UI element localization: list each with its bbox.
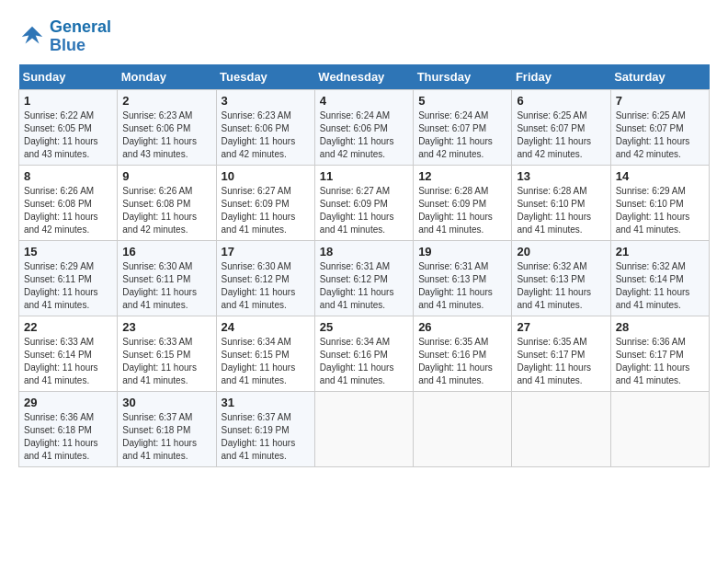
day-info: Sunrise: 6:28 AM Sunset: 6:10 PM Dayligh…: [517, 185, 605, 236]
day-number: 17: [222, 245, 310, 259]
day-info: Sunrise: 6:31 AM Sunset: 6:12 PM Dayligh…: [320, 260, 408, 312]
logo-icon: [18, 23, 46, 51]
day-number: 29: [24, 396, 112, 409]
day-header-wednesday: Wednesday: [314, 64, 413, 90]
day-info: Sunrise: 6:34 AM Sunset: 6:16 PM Dayligh…: [320, 336, 408, 387]
day-number: 18: [320, 245, 408, 259]
calendar-cell: 9Sunrise: 6:26 AM Sunset: 6:08 PM Daylig…: [118, 165, 216, 240]
calendar-cell: 13Sunrise: 6:28 AM Sunset: 6:10 PM Dayli…: [512, 165, 610, 240]
day-number: 26: [418, 320, 506, 334]
day-info: Sunrise: 6:26 AM Sunset: 6:08 PM Dayligh…: [24, 185, 112, 236]
day-info: Sunrise: 6:35 AM Sunset: 6:17 PM Dayligh…: [517, 336, 605, 387]
calendar-week-row: 15Sunrise: 6:29 AM Sunset: 6:11 PM Dayli…: [19, 240, 710, 316]
calendar-cell: 11Sunrise: 6:27 AM Sunset: 6:09 PM Dayli…: [314, 165, 413, 240]
day-header-saturday: Saturday: [610, 64, 709, 90]
day-info: Sunrise: 6:36 AM Sunset: 6:18 PM Dayligh…: [24, 411, 112, 463]
calendar-cell: 30Sunrise: 6:37 AM Sunset: 6:18 PM Dayli…: [118, 391, 216, 466]
calendar-header-row: SundayMondayTuesdayWednesdayThursdayFrid…: [19, 64, 710, 90]
day-number: 1: [24, 94, 112, 108]
calendar-cell: 17Sunrise: 6:30 AM Sunset: 6:12 PM Dayli…: [216, 240, 314, 316]
day-number: 20: [517, 245, 605, 259]
day-info: Sunrise: 6:23 AM Sunset: 6:06 PM Dayligh…: [122, 109, 210, 161]
day-number: 22: [24, 320, 112, 334]
day-info: Sunrise: 6:23 AM Sunset: 6:06 PM Dayligh…: [222, 109, 310, 161]
calendar-cell: 26Sunrise: 6:35 AM Sunset: 6:16 PM Dayli…: [414, 316, 512, 391]
calendar-week-row: 22Sunrise: 6:33 AM Sunset: 6:14 PM Dayli…: [19, 316, 710, 391]
calendar-cell: 18Sunrise: 6:31 AM Sunset: 6:12 PM Dayli…: [314, 240, 413, 316]
calendar-cell: 31Sunrise: 6:37 AM Sunset: 6:19 PM Dayli…: [216, 391, 314, 466]
day-info: Sunrise: 6:30 AM Sunset: 6:12 PM Dayligh…: [222, 260, 310, 312]
day-info: Sunrise: 6:36 AM Sunset: 6:17 PM Dayligh…: [616, 336, 704, 387]
calendar-cell: 2Sunrise: 6:23 AM Sunset: 6:06 PM Daylig…: [118, 89, 216, 165]
day-info: Sunrise: 6:24 AM Sunset: 6:06 PM Dayligh…: [320, 109, 408, 161]
day-info: Sunrise: 6:35 AM Sunset: 6:16 PM Dayligh…: [418, 336, 506, 387]
day-info: Sunrise: 6:37 AM Sunset: 6:19 PM Dayligh…: [222, 411, 310, 463]
calendar-cell: 7Sunrise: 6:25 AM Sunset: 6:07 PM Daylig…: [610, 89, 709, 165]
calendar-cell: 27Sunrise: 6:35 AM Sunset: 6:17 PM Dayli…: [512, 316, 610, 391]
calendar-cell: 22Sunrise: 6:33 AM Sunset: 6:14 PM Dayli…: [19, 316, 118, 391]
logo-text: General Blue: [50, 18, 111, 55]
day-number: 28: [616, 320, 704, 334]
day-number: 4: [320, 94, 408, 108]
calendar-cell: 20Sunrise: 6:32 AM Sunset: 6:13 PM Dayli…: [512, 240, 610, 316]
day-number: 2: [122, 94, 210, 108]
calendar-cell: 14Sunrise: 6:29 AM Sunset: 6:10 PM Dayli…: [610, 165, 709, 240]
day-number: 9: [122, 169, 210, 183]
day-info: Sunrise: 6:32 AM Sunset: 6:13 PM Dayligh…: [517, 260, 605, 312]
day-info: Sunrise: 6:32 AM Sunset: 6:14 PM Dayligh…: [616, 260, 704, 312]
day-info: Sunrise: 6:25 AM Sunset: 6:07 PM Dayligh…: [517, 109, 605, 161]
calendar-cell: 25Sunrise: 6:34 AM Sunset: 6:16 PM Dayli…: [314, 316, 413, 391]
day-number: 25: [320, 320, 408, 334]
day-number: 23: [122, 320, 210, 334]
calendar-cell: 10Sunrise: 6:27 AM Sunset: 6:09 PM Dayli…: [216, 165, 314, 240]
calendar-cell: 28Sunrise: 6:36 AM Sunset: 6:17 PM Dayli…: [610, 316, 709, 391]
day-number: 5: [418, 94, 506, 108]
calendar-cell: 15Sunrise: 6:29 AM Sunset: 6:11 PM Dayli…: [19, 240, 118, 316]
calendar-week-row: 29Sunrise: 6:36 AM Sunset: 6:18 PM Dayli…: [19, 391, 710, 466]
calendar-cell: 1Sunrise: 6:22 AM Sunset: 6:05 PM Daylig…: [19, 89, 118, 165]
day-info: Sunrise: 6:31 AM Sunset: 6:13 PM Dayligh…: [418, 260, 506, 312]
day-info: Sunrise: 6:29 AM Sunset: 6:10 PM Dayligh…: [616, 185, 704, 236]
day-number: 11: [320, 169, 408, 183]
calendar-cell: 21Sunrise: 6:32 AM Sunset: 6:14 PM Dayli…: [610, 240, 709, 316]
calendar-cell: 5Sunrise: 6:24 AM Sunset: 6:07 PM Daylig…: [414, 89, 512, 165]
day-info: Sunrise: 6:26 AM Sunset: 6:08 PM Dayligh…: [122, 185, 210, 236]
logo: General Blue: [18, 18, 111, 55]
day-number: 21: [616, 245, 704, 259]
day-info: Sunrise: 6:37 AM Sunset: 6:18 PM Dayligh…: [122, 411, 210, 463]
day-number: 19: [418, 245, 506, 259]
day-header-tuesday: Tuesday: [216, 64, 314, 90]
day-number: 10: [222, 169, 310, 183]
day-info: Sunrise: 6:33 AM Sunset: 6:14 PM Dayligh…: [24, 336, 112, 387]
day-info: Sunrise: 6:29 AM Sunset: 6:11 PM Dayligh…: [24, 260, 112, 312]
day-header-friday: Friday: [512, 64, 610, 90]
calendar-week-row: 1Sunrise: 6:22 AM Sunset: 6:05 PM Daylig…: [19, 89, 710, 165]
day-info: Sunrise: 6:33 AM Sunset: 6:15 PM Dayligh…: [122, 336, 210, 387]
day-number: 15: [24, 245, 112, 259]
day-header-thursday: Thursday: [414, 64, 512, 90]
day-info: Sunrise: 6:30 AM Sunset: 6:11 PM Dayligh…: [122, 260, 210, 312]
calendar-cell: 4Sunrise: 6:24 AM Sunset: 6:06 PM Daylig…: [314, 89, 413, 165]
page-header: General Blue: [18, 18, 710, 55]
day-number: 24: [222, 320, 310, 334]
day-number: 7: [616, 94, 704, 108]
calendar-table: SundayMondayTuesdayWednesdayThursdayFrid…: [18, 64, 710, 467]
day-number: 8: [24, 169, 112, 183]
svg-marker-0: [22, 27, 43, 44]
calendar-cell: [414, 391, 512, 466]
calendar-cell: 8Sunrise: 6:26 AM Sunset: 6:08 PM Daylig…: [19, 165, 118, 240]
day-number: 14: [616, 169, 704, 183]
calendar-week-row: 8Sunrise: 6:26 AM Sunset: 6:08 PM Daylig…: [19, 165, 710, 240]
calendar-cell: 3Sunrise: 6:23 AM Sunset: 6:06 PM Daylig…: [216, 89, 314, 165]
calendar-cell: [512, 391, 610, 466]
calendar-cell: 24Sunrise: 6:34 AM Sunset: 6:15 PM Dayli…: [216, 316, 314, 391]
day-info: Sunrise: 6:24 AM Sunset: 6:07 PM Dayligh…: [418, 109, 506, 161]
day-header-sunday: Sunday: [19, 64, 118, 90]
calendar-cell: 12Sunrise: 6:28 AM Sunset: 6:09 PM Dayli…: [414, 165, 512, 240]
calendar-cell: 6Sunrise: 6:25 AM Sunset: 6:07 PM Daylig…: [512, 89, 610, 165]
calendar-cell: 16Sunrise: 6:30 AM Sunset: 6:11 PM Dayli…: [118, 240, 216, 316]
day-info: Sunrise: 6:27 AM Sunset: 6:09 PM Dayligh…: [222, 185, 310, 236]
calendar-cell: 19Sunrise: 6:31 AM Sunset: 6:13 PM Dayli…: [414, 240, 512, 316]
day-number: 12: [418, 169, 506, 183]
day-info: Sunrise: 6:28 AM Sunset: 6:09 PM Dayligh…: [418, 185, 506, 236]
